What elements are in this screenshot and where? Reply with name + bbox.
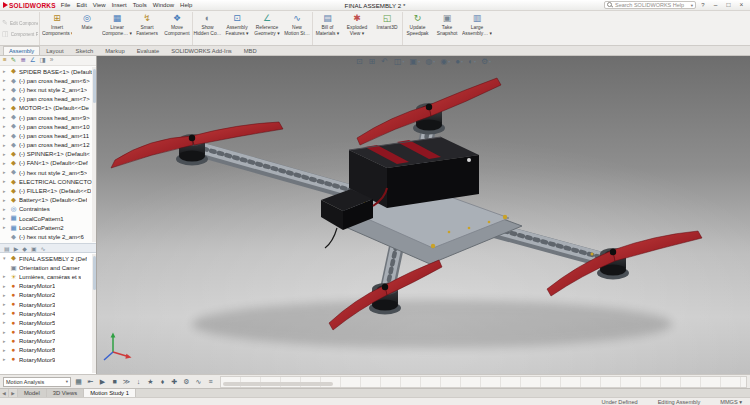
zoom-fit-icon[interactable]: ⊡ bbox=[356, 58, 364, 66]
menu-item[interactable]: Tools bbox=[133, 2, 147, 8]
motion-filter-animated-icon[interactable]: ▶ bbox=[14, 245, 19, 252]
insert-components-button[interactable]: ⊞ Insert Components ▾ bbox=[42, 12, 72, 45]
motion-filter-all-icon[interactable]: ▤ bbox=[4, 245, 10, 252]
expand-arrow-icon[interactable]: ▸ bbox=[3, 189, 8, 194]
dimxpertmanager-tab-icon[interactable]: ∠ bbox=[30, 57, 36, 64]
expand-arrow-icon[interactable]: ▸ bbox=[3, 302, 8, 307]
feature-tree-item[interactable]: ▸ ◆ SPIDER BASE<1> (Default< bbox=[0, 67, 96, 76]
feature-tree-item[interactable]: ▸ ▦ LocalCoPattern2 bbox=[0, 223, 96, 232]
feature-tree-item[interactable]: ◆ (-) hex nut style 2_am<6 bbox=[0, 232, 96, 241]
apply-scene-icon[interactable]: ◐ ▾ bbox=[468, 58, 476, 66]
feature-tree-item[interactable]: ▸ ◎ Contraintes bbox=[0, 205, 96, 214]
motion-tree-item[interactable]: ▣ Orientation and Camer bbox=[0, 263, 96, 272]
expand-arrow-icon[interactable]: ▸ bbox=[3, 274, 8, 279]
expand-arrow-icon[interactable]: ▸ bbox=[3, 115, 8, 120]
menu-item[interactable]: View bbox=[93, 2, 106, 8]
tab-markup[interactable]: Markup bbox=[99, 46, 130, 55]
menu-item[interactable]: Edit bbox=[76, 2, 86, 8]
menu-item[interactable]: File bbox=[61, 2, 71, 8]
motion-tree-item[interactable]: ▸ ● RotaryMotor4 bbox=[0, 309, 96, 318]
feature-tree-scrollbar[interactable] bbox=[92, 67, 96, 242]
expand-arrow-icon[interactable]: ▸ bbox=[3, 97, 8, 102]
motion-filter-driving-icon[interactable]: ◆ bbox=[22, 245, 27, 252]
results-plots-icon[interactable]: ∿ bbox=[193, 376, 204, 387]
motion-tree-item[interactable]: ▸ ● RotaryMotor6 bbox=[0, 328, 96, 337]
new-motion-study-button[interactable]: ∿ New Motion St… bbox=[282, 12, 312, 45]
expand-arrow-icon[interactable]: ▸ bbox=[3, 357, 8, 362]
motion-tree-item[interactable]: ▸ ● RotaryMotor2 bbox=[0, 291, 96, 300]
help-button[interactable]: ? bbox=[699, 2, 707, 8]
feature-tree-item[interactable]: ▸ ◆ (-) pan cross head_am<9> bbox=[0, 113, 96, 122]
motion-tree-item[interactable]: ▸ ● RotaryMotor3 bbox=[0, 300, 96, 309]
expand-arrow-icon[interactable]: ▸ bbox=[3, 124, 8, 129]
display-style-icon[interactable]: ◍ ▾ bbox=[425, 58, 435, 66]
feature-tree-item[interactable]: ▸ ◆ (-) pan cross head_am<11 bbox=[0, 131, 96, 140]
timeline-scrollbar[interactable] bbox=[223, 382, 333, 386]
expand-arrow-icon[interactable]: ▸ bbox=[3, 330, 8, 335]
menu-item[interactable]: Help bbox=[180, 2, 192, 8]
menu-item[interactable]: Window bbox=[153, 2, 174, 8]
expand-arrow-icon[interactable]: ▸ bbox=[3, 311, 8, 316]
feature-tree-item[interactable]: ▸ ◆ (-) pan cross head_am<12 bbox=[0, 141, 96, 150]
feature-tree-item[interactable]: ▸ ◆ (-) SPINNER<1> (Default< bbox=[0, 150, 96, 159]
motion-tree-item[interactable]: ▸ ● RotaryMotor8 bbox=[0, 346, 96, 355]
maximize-button[interactable]: □ bbox=[723, 1, 734, 10]
motion-tree-item[interactable]: ▸ ● RotaryMotor1 bbox=[0, 282, 96, 291]
feature-tree-item[interactable]: ▸ ◆ (-) FILLER<1> (Default<<D bbox=[0, 186, 96, 195]
configurationmanager-tab-icon[interactable]: ≣ bbox=[20, 57, 25, 64]
motion-filter-selected-icon[interactable]: ▣ bbox=[31, 245, 37, 252]
tab-mbd[interactable]: MBD bbox=[238, 46, 263, 55]
expand-arrow-icon[interactable]: ▸ bbox=[3, 207, 8, 212]
study-type-select[interactable]: Motion Analysis ▾ bbox=[3, 377, 71, 387]
feature-tree-item[interactable]: ▸ ◆ (-) pan cross head_am<7> bbox=[0, 95, 96, 104]
bill-of-materials-button[interactable]: ▤ Bill of Materials ▾ bbox=[312, 12, 342, 45]
motion-tree-scrollbar[interactable] bbox=[92, 254, 96, 373]
motion-timeline[interactable] bbox=[220, 376, 747, 388]
expand-arrow-icon[interactable]: ▸ bbox=[3, 348, 8, 353]
reference-geometry-button[interactable]: ∠ Reference Geometry ▾ bbox=[252, 12, 282, 45]
tab-evaluate[interactable]: Evaluate bbox=[131, 46, 166, 55]
expand-arrow-icon[interactable]: ▸ bbox=[3, 293, 8, 298]
linear-component-pattern-button[interactable]: ▦ Linear Compone… ▾ bbox=[102, 12, 132, 45]
expand-arrow-icon[interactable]: ▸ bbox=[3, 284, 8, 289]
auto-key-icon[interactable]: ♦ bbox=[157, 376, 168, 387]
edit-component-button[interactable]: ✎ Edit Component bbox=[2, 19, 38, 27]
tab-model[interactable]: Model bbox=[18, 389, 47, 397]
feature-tree-item[interactable]: ▸ ◆ MOTOR<1> (Default<<De bbox=[0, 104, 96, 113]
feature-tree-item[interactable]: ▸ ◆ (-) pan cross head_am<10 bbox=[0, 122, 96, 131]
edit-appearance-icon[interactable]: ● ▾ bbox=[455, 58, 463, 66]
scrollbar-thumb[interactable] bbox=[93, 69, 96, 103]
panel-expand-icon[interactable]: » bbox=[50, 57, 54, 64]
expand-arrow-icon[interactable]: ▸ bbox=[3, 339, 8, 344]
help-search-input[interactable]: Search SOLIDWORKS Help ▾ bbox=[604, 1, 696, 9]
minimize-button[interactable]: – bbox=[710, 1, 721, 10]
expand-arrow-icon[interactable]: ▸ bbox=[3, 225, 8, 230]
expand-arrow-icon[interactable]: ▸ bbox=[3, 161, 8, 166]
expand-arrow-icon[interactable]: ▾ bbox=[3, 256, 8, 261]
graphics-area[interactable]: ⊡ ⊞ ↶ ◫ ▾ ▣ ▾ ◍ ▾ ◉ bbox=[97, 56, 750, 374]
update-speedpak-button[interactable]: ↻ Update Speedpak bbox=[402, 12, 432, 45]
previous-view-icon[interactable]: ↶ bbox=[381, 58, 389, 66]
save-animation-icon[interactable]: ↓ bbox=[133, 376, 144, 387]
expand-arrow-icon[interactable]: ▸ bbox=[3, 69, 8, 74]
component-preview-window-button[interactable]: ◫ Component Preview Window bbox=[2, 30, 38, 38]
featuremanager-tab-icon[interactable]: ≡ bbox=[3, 57, 7, 64]
propertymanager-tab-icon[interactable]: ✎ bbox=[11, 57, 16, 64]
tab-scroll-right-icon[interactable]: ▶ bbox=[9, 389, 18, 397]
tab-assembly[interactable]: Assembly bbox=[3, 46, 40, 55]
playback-speed-icon[interactable]: ≫ bbox=[121, 376, 132, 387]
viewport-3d[interactable] bbox=[97, 56, 750, 374]
mate-button[interactable]: ◎ Mate bbox=[72, 12, 102, 45]
motion-tree-item[interactable]: ▾ ◆ FINAL ASSEMBLY 2 (Def bbox=[0, 254, 96, 263]
expand-arrow-icon[interactable]: ▸ bbox=[3, 87, 8, 92]
animation-wizard-icon[interactable]: ★ bbox=[145, 376, 156, 387]
stop-icon[interactable]: ■ bbox=[109, 376, 120, 387]
motion-study-properties-icon[interactable]: ≡ bbox=[205, 376, 216, 387]
feature-tree-item[interactable]: ▸ ◆ (-) pan cross head_am<6> bbox=[0, 76, 96, 85]
simulation-elements-icon[interactable]: ⚙ bbox=[181, 376, 192, 387]
instant3d-button[interactable]: ◱ Instant3D bbox=[372, 12, 402, 45]
show-hidden-components-button[interactable]: ◐ Show Hidden Co… bbox=[192, 12, 222, 45]
zoom-area-icon[interactable]: ⊞ bbox=[369, 58, 377, 66]
expand-arrow-icon[interactable]: ▸ bbox=[3, 320, 8, 325]
feature-tree-item[interactable]: ▸ ◆ (-) FAN<1> (Default<<Def bbox=[0, 159, 96, 168]
